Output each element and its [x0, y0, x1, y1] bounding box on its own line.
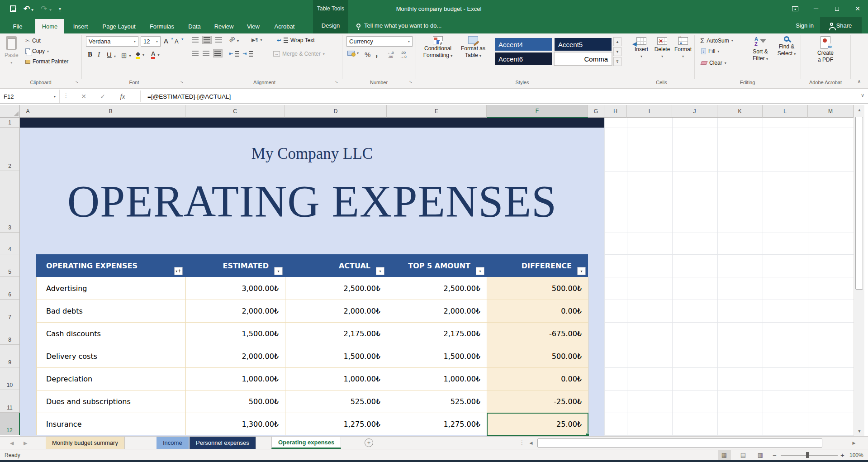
cell-label[interactable]: Cash discounts: [36, 322, 185, 345]
cell-actual[interactable]: 1,275.00₺: [285, 413, 387, 435]
row-header-2[interactable]: 2: [0, 128, 20, 171]
tab-data[interactable]: Data: [185, 19, 204, 33]
delete-cells-button[interactable]: ✕ Delete▾: [652, 37, 672, 59]
cell-estimated[interactable]: 500.00₺: [185, 390, 285, 413]
column-header-a[interactable]: A: [20, 105, 36, 118]
row-header-7[interactable]: 7: [0, 300, 20, 322]
cell-actual[interactable]: 2,000.00₺: [285, 300, 387, 322]
cell-difference[interactable]: -675.00₺: [487, 322, 588, 345]
zoom-slider-thumb[interactable]: [806, 452, 809, 458]
close-button[interactable]: ✕: [847, 0, 868, 17]
undo-icon[interactable]: ↶ ▾: [24, 4, 33, 14]
cell-label[interactable]: Depreciation: [36, 367, 185, 390]
cell-actual[interactable]: 525.00₺: [285, 390, 387, 413]
table-row[interactable]: Depreciation 1,000.00₺ 1,000.00₺ 1,000.0…: [36, 367, 588, 390]
cell-estimated[interactable]: 2,000.00₺: [185, 300, 285, 322]
filter-button-top5-icon[interactable]: ▾: [476, 267, 484, 275]
style-chip-accent4[interactable]: Accent4: [495, 38, 552, 51]
row-header-1[interactable]: 1: [0, 118, 20, 128]
customize-qat-icon[interactable]: ▾̱: [59, 6, 61, 11]
column-header-h[interactable]: H: [604, 105, 627, 118]
cell-difference[interactable]: 0.00₺: [487, 367, 588, 390]
cell-label[interactable]: Bad debts: [36, 300, 185, 322]
row-header-12-selected[interactable]: 12: [0, 413, 20, 435]
cell-estimated[interactable]: 2,000.00₺: [185, 345, 285, 367]
insert-function-icon[interactable]: fx: [116, 90, 129, 103]
tab-design[interactable]: Design: [313, 17, 348, 33]
font-color-button[interactable]: A▾: [151, 51, 159, 59]
format-as-table-button[interactable]: Format asTable ▾: [457, 36, 489, 59]
sheet-tab-income[interactable]: Income: [157, 437, 189, 449]
ribbon-display-options-button[interactable]: ▴: [785, 0, 806, 17]
scroll-up-icon[interactable]: ▲: [854, 105, 865, 115]
fill-button[interactable]: ↓Fill▾: [701, 48, 719, 54]
horizontal-scroll-thumb[interactable]: [537, 438, 822, 448]
cell-actual[interactable]: 2,500.00₺: [285, 277, 387, 300]
cut-button[interactable]: ✂Cut: [25, 38, 41, 44]
comma-style-button[interactable]: ,: [375, 49, 378, 59]
borders-button[interactable]: ⊞▾: [121, 52, 131, 60]
cell-label[interactable]: Dues and subscriptions: [36, 390, 185, 413]
zoom-slider-track[interactable]: [781, 455, 838, 456]
styles-gallery-up-icon[interactable]: ▲: [613, 37, 621, 46]
column-header-k[interactable]: K: [717, 105, 763, 118]
column-header-e[interactable]: E: [387, 105, 487, 118]
scroll-right-icon[interactable]: ▶: [849, 438, 859, 448]
tab-insert[interactable]: Insert: [69, 19, 92, 33]
filter-button-difference-icon[interactable]: ▾: [577, 267, 586, 275]
row-header-6[interactable]: 6: [0, 277, 20, 300]
column-header-g[interactable]: G: [588, 105, 604, 118]
column-header-d[interactable]: D: [285, 105, 387, 118]
column-header-f-selected[interactable]: F: [487, 105, 588, 118]
underline-button[interactable]: U: [107, 51, 112, 58]
find-select-button[interactable]: Find &Select ▾: [774, 36, 799, 57]
name-box[interactable]: F12▾: [0, 90, 60, 103]
filter-button-sorted-icon[interactable]: ▾↑: [174, 267, 183, 275]
alignment-dialog-launcher-icon[interactable]: ↘: [335, 80, 338, 84]
decrease-font-button[interactable]: A▼: [175, 38, 184, 45]
tab-page-layout[interactable]: Page Layout: [99, 19, 139, 33]
format-painter-button[interactable]: Format Painter: [25, 58, 68, 65]
table-row[interactable]: Cash discounts 1,500.00₺ 2,175.00₺ 2,175…: [36, 322, 588, 345]
column-header-l[interactable]: L: [763, 105, 808, 118]
column-header-i[interactable]: I: [627, 105, 672, 118]
wrap-text-button[interactable]: ↩Wrap Text: [277, 37, 315, 43]
increase-indent-button[interactable]: ⇥: [242, 51, 253, 57]
row-header-10[interactable]: 10: [0, 367, 20, 390]
align-bottom-button[interactable]: [215, 37, 222, 43]
orientation-button[interactable]: ab: [228, 35, 236, 43]
cell-estimated[interactable]: 1,300.00₺: [185, 413, 285, 435]
column-header-c[interactable]: C: [185, 105, 285, 118]
clear-button[interactable]: Clear▾: [701, 60, 726, 66]
scroll-down-icon[interactable]: ▼: [854, 426, 865, 436]
sign-in-link[interactable]: Sign in: [796, 17, 814, 33]
collapse-ribbon-icon[interactable]: ∧: [858, 79, 861, 84]
sort-filter-button[interactable]: AZ Sort &Filter ▾: [748, 36, 773, 62]
fill-color-button[interactable]: ◆▾: [136, 51, 144, 59]
number-format-combo[interactable]: Currency▾: [346, 36, 413, 47]
align-middle-button[interactable]: [203, 36, 211, 43]
zoom-in-icon[interactable]: +: [840, 449, 844, 461]
vertical-scroll-thumb[interactable]: [855, 117, 863, 290]
font-dialog-launcher-icon[interactable]: ↘: [180, 80, 184, 84]
tell-me-box[interactable]: Tell me what you want to do...: [356, 17, 441, 33]
font-family-combo[interactable]: Verdana▾: [86, 36, 138, 47]
font-size-combo[interactable]: 12▾: [141, 36, 161, 47]
number-dialog-launcher-icon[interactable]: ↘: [409, 80, 413, 84]
cell-top5[interactable]: 1,500.00₺: [387, 345, 487, 367]
table-row[interactable]: Bad debts 2,000.00₺ 2,000.00₺ 2,000.00₺ …: [36, 300, 588, 322]
sheet-nav-left-icon[interactable]: ◀: [10, 437, 14, 449]
cell-top5[interactable]: 2,000.00₺: [387, 300, 487, 322]
tab-review[interactable]: Review: [211, 19, 237, 33]
conditional-formatting-button[interactable]: ConditionalFormatting ▾: [421, 36, 455, 59]
cell-label[interactable]: Advertising: [36, 277, 185, 300]
vertical-scrollbar[interactable]: ▲ ▼: [854, 105, 864, 436]
cell-estimated[interactable]: 3,000.00₺: [185, 277, 285, 300]
worksheet-canvas[interactable]: My Company LLC OPERATING EXPENSES OPERAT…: [20, 118, 854, 436]
page-break-view-icon[interactable]: ▥: [754, 450, 766, 460]
insert-cells-button[interactable]: ◀ Insert▾: [631, 37, 651, 59]
bold-button[interactable]: B: [88, 51, 92, 58]
cell-estimated[interactable]: 1,000.00₺: [185, 367, 285, 390]
row-header-8[interactable]: 8: [0, 322, 20, 345]
align-right-button[interactable]: [213, 50, 222, 57]
